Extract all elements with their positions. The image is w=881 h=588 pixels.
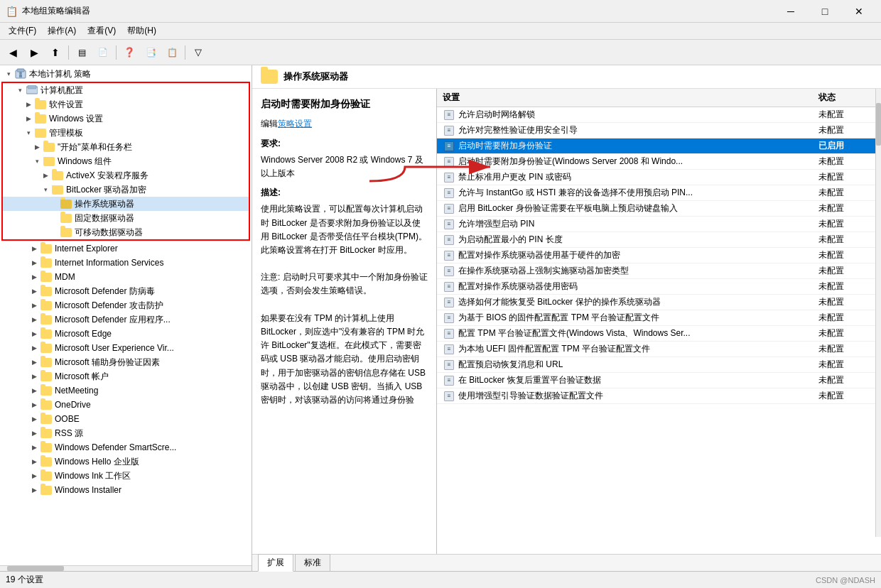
setting-row[interactable]: ≡配置 TPM 平台验证配置文件(Windows Vista、Windows S… <box>437 326 881 342</box>
expand-oobe[interactable]: ▶ <box>28 415 40 423</box>
expand-windows-settings[interactable]: ▶ <box>23 115 34 122</box>
setting-row[interactable]: ≡允许启动时网络解锁未配置 <box>437 107 881 123</box>
tree-scrollbar-h[interactable] <box>0 565 252 571</box>
tree-installer[interactable]: ▶ Windows Installer <box>0 483 252 497</box>
setting-row[interactable]: ≡允许对完整性验证使用安全引导未配置 <box>437 123 881 138</box>
up-button[interactable]: ⬆ <box>45 43 65 62</box>
tree-os-drive[interactable]: ▶ 操作系统驱动器 <box>3 197 249 211</box>
menu-help[interactable]: 帮助(H) <box>121 23 162 38</box>
expand-defender-av[interactable]: ▶ <box>28 288 40 295</box>
tree-fixed-drive[interactable]: ▶ 固定数据驱动器 <box>3 211 249 225</box>
expand-defender-app[interactable]: ▶ <box>28 316 40 323</box>
properties-button[interactable]: 📑 <box>141 43 161 62</box>
close-button[interactable]: ✕ <box>843 0 875 23</box>
tree-ie[interactable]: ▶ Internet Explorer <box>0 241 252 256</box>
tree-removable-drive[interactable]: ▶ 可移动数据驱动器 <box>3 225 249 239</box>
setting-row[interactable]: ≡启用 BitLocker 身份验证需要在平板电脑上预启动键盘输入未配置 <box>437 201 881 217</box>
expand-user-exp[interactable]: ▶ <box>28 344 40 352</box>
tree-defender-av[interactable]: ▶ Microsoft Defender 防病毒 <box>0 284 252 298</box>
tree-windows-components[interactable]: ▾ Windows 组件 <box>3 154 249 168</box>
setting-row[interactable]: ≡使用增强型引导验证数据验证配置文件未配置 <box>437 388 881 404</box>
tree-iis[interactable]: ▶ Internet Information Services <box>0 256 252 270</box>
tab-standard[interactable]: 标准 <box>295 554 330 571</box>
tree-rss-label: RSS 源 <box>55 428 83 440</box>
setting-row[interactable]: ≡为本地 UEFI 固件配置配置 TPM 平台验证配置文件未配置 <box>437 342 881 357</box>
tree-admin-templates[interactable]: ▾ 管理模板 <box>3 126 249 140</box>
expand-windows-components[interactable]: ▾ <box>31 158 43 165</box>
menu-view[interactable]: 查看(V) <box>82 23 121 38</box>
tree-defender-app[interactable]: ▶ Microsoft Defender 应用程序... <box>0 312 252 327</box>
minimize-button[interactable]: ─ <box>774 0 807 23</box>
expand-installer[interactable]: ▶ <box>28 486 40 494</box>
tree-windows-settings[interactable]: ▶ Windows 设置 <box>3 111 249 126</box>
tree-auth[interactable]: ▶ Microsoft 辅助身份验证因素 <box>0 355 252 369</box>
tree-defender-atp[interactable]: ▶ Microsoft Defender 攻击防护 <box>0 298 252 312</box>
expand-mdm[interactable]: ▶ <box>28 273 40 281</box>
copy-button[interactable]: 📄 <box>93 43 113 62</box>
setting-row[interactable]: ≡选择如何才能恢复受 BitLocker 保护的操作系统驱动器未配置 <box>437 295 881 310</box>
tree-hello[interactable]: ▶ Windows Hello 企业版 <box>0 454 252 469</box>
setting-row[interactable]: ≡配置对操作系统驱动器使用基于硬件的加密未配置 <box>437 248 881 263</box>
expand-smartscreen[interactable]: ▶ <box>28 444 40 451</box>
tree-user-exp[interactable]: ▶ Microsoft User Experience Vir... <box>0 341 252 355</box>
expand-ie[interactable]: ▶ <box>28 245 40 252</box>
tree-mdm[interactable]: ▶ MDM <box>0 270 252 284</box>
expand-account[interactable]: ▶ <box>28 373 40 380</box>
tree-netmeeting[interactable]: ▶ NetMeeting <box>0 383 252 398</box>
expand-hello[interactable]: ▶ <box>28 458 40 465</box>
tree-edge[interactable]: ▶ Microsoft Edge <box>0 327 252 341</box>
expand-admin-templates[interactable]: ▾ <box>23 129 34 136</box>
help-button[interactable]: ❓ <box>119 43 139 62</box>
ink-icon <box>40 470 53 481</box>
expand-computer-config[interactable]: ▾ <box>14 87 26 94</box>
tree-start-menu[interactable]: ▶ "开始"菜单和任务栏 <box>3 140 249 154</box>
expand-software[interactable]: ▶ <box>23 101 34 108</box>
expand-activex[interactable]: ▶ <box>40 172 51 179</box>
expand-iis[interactable]: ▶ <box>28 259 40 266</box>
arrow-container <box>362 146 504 190</box>
setting-row-status: 已启用 <box>818 140 875 152</box>
expand-rss[interactable]: ▶ <box>28 430 40 437</box>
maximize-button[interactable]: □ <box>809 0 841 23</box>
setting-row[interactable]: ≡在操作系统驱动器上强制实施驱动器加密类型未配置 <box>437 263 881 279</box>
filter-button[interactable]: ▽ <box>188 43 208 62</box>
forward-button[interactable]: ▶ <box>24 43 44 62</box>
menu-file[interactable]: 文件(F) <box>3 23 42 38</box>
expand-bitlocker[interactable]: ▾ <box>40 186 51 193</box>
setting-row[interactable]: ≡配置对操作系统驱动器使用密码未配置 <box>437 279 881 295</box>
expand-auth[interactable]: ▶ <box>28 359 40 366</box>
desc-edit-link[interactable]: 策略设置 <box>278 119 312 129</box>
tree-root[interactable]: ▾ 本地计算机 策略 <box>0 67 252 81</box>
tree-bitlocker[interactable]: ▾ BitLocker 驱动器加密 <box>3 183 249 197</box>
show-hide-button[interactable]: ▤ <box>72 43 92 62</box>
tree-activex[interactable]: ▶ ActiveX 安装程序服务 <box>3 168 249 183</box>
menu-action[interactable]: 操作(A) <box>42 23 82 38</box>
svg-rect-5 <box>28 85 36 89</box>
expand-ink[interactable]: ▶ <box>28 472 40 479</box>
setting-row[interactable]: ≡允许增强型启动 PIN未配置 <box>437 217 881 232</box>
setting-row-label: 允许与 InstantGo 或 HSTI 兼容的设备选择不使用预启动 PIN..… <box>458 187 818 199</box>
back-button[interactable]: ◀ <box>3 43 23 62</box>
setting-row[interactable]: ≡为基于 BIOS 的固件配置配置 TPM 平台验证配置文件未配置 <box>437 310 881 326</box>
tree-smartscreen[interactable]: ▶ Windows Defender SmartScre... <box>0 440 252 454</box>
tree-oobe[interactable]: ▶ OOBE <box>0 412 252 426</box>
tree-onedrive[interactable]: ▶ OneDrive <box>0 398 252 412</box>
export-button[interactable]: 📋 <box>162 43 182 62</box>
setting-row[interactable]: ≡在 BitLocker 恢复后重置平台验证数据未配置 <box>437 373 881 388</box>
tab-expand[interactable]: 扩展 <box>258 554 293 572</box>
fixed-drive-icon <box>60 212 72 224</box>
expand-root[interactable]: ▾ <box>3 70 14 77</box>
tree-account[interactable]: ▶ Microsoft 帐户 <box>0 369 252 383</box>
expand-netmeeting[interactable]: ▶ <box>28 387 40 394</box>
expand-start-menu[interactable]: ▶ <box>31 143 43 151</box>
tree-ink[interactable]: ▶ Windows Ink 工作区 <box>0 469 252 483</box>
expand-defender-atp[interactable]: ▶ <box>28 302 40 309</box>
setting-row[interactable]: ≡为启动配置最小的 PIN 长度未配置 <box>437 232 881 248</box>
tree-software-settings[interactable]: ▶ 软件设置 <box>3 97 249 111</box>
iis-icon <box>40 257 53 268</box>
tree-rss[interactable]: ▶ RSS 源 <box>0 426 252 440</box>
expand-onedrive[interactable]: ▶ <box>28 401 40 408</box>
tree-computer-config[interactable]: ▾ 计算机配置 <box>3 83 249 97</box>
setting-row[interactable]: ≡配置预启动恢复消息和 URL未配置 <box>437 357 881 373</box>
expand-edge[interactable]: ▶ <box>28 330 40 337</box>
